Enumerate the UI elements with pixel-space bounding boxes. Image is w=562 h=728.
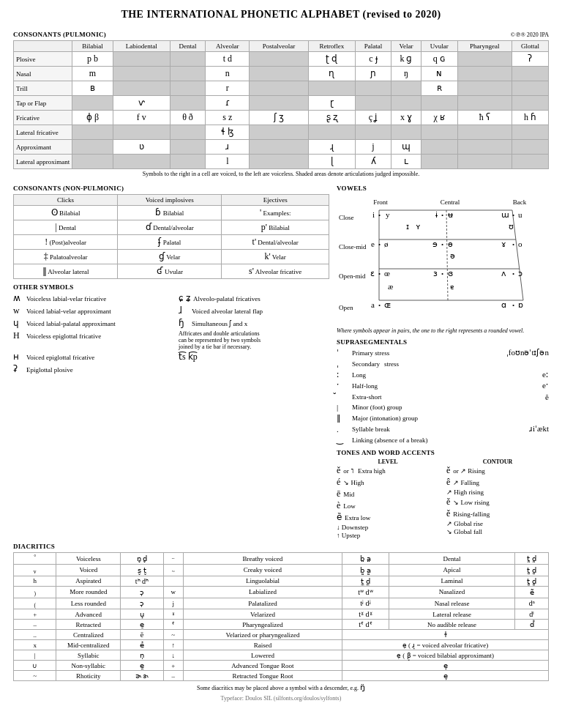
suprasegmentals-list: ˈ Primary stress ˌfoʊnəˈtɪʃən ˌ Secondar… <box>337 348 549 445</box>
svg-text:•: • <box>512 302 514 309</box>
supraseg-item: . Syllable break ɹiˈækt <box>337 424 549 434</box>
supraseg-item: ˌ Secondary stress <box>337 359 549 368</box>
footer-note: Typeface: Doulos SIL (silfonts.org/doulo… <box>13 695 549 702</box>
suprasegmentals-label: SUPRASEGMENTALS <box>337 338 549 346</box>
svg-text:•: • <box>378 212 381 219</box>
table-row: v Voiced s̬ t̬ ~ Creaky voiced b̰ a̰ Api… <box>14 565 549 576</box>
col-header-alveolar: Alveolar <box>206 41 250 52</box>
table-row: ‖ Alveolar lateral ʛ Uvular s' Alveolar … <box>14 264 329 279</box>
svg-text:ʌ: ʌ <box>501 269 506 278</box>
supraseg-item: | Minor (foot) group <box>337 403 549 412</box>
other-symbol-item: Affricates and double articulationscan b… <box>179 330 329 350</box>
pulmonic-note: Symbols to the right in a cell are voice… <box>13 171 549 177</box>
supraseg-item: ˑ Half-long eˑ <box>337 381 549 390</box>
table-row: Approximant ʋ ɹ ɻ j ɰ <box>14 140 549 155</box>
tones-label: TONES AND WORD ACCENTS <box>337 449 549 456</box>
other-symbols-grid: ʍ Voiceless labial-velar fricative ɕ ʑ A… <box>13 293 329 376</box>
col-header-labiodental: Labiodental <box>113 41 170 52</box>
col-header-uvular: Uvular <box>421 41 457 52</box>
consonants-pulmonic-table: Bilabial Labiodental Dental Alveolar Pos… <box>13 40 549 169</box>
svg-text:ʉ: ʉ <box>448 210 453 219</box>
page-title: THE INTERNATIONAL PHONETIC ALPHABET (rev… <box>13 9 549 21</box>
level-header: LEVEL <box>337 458 439 465</box>
svg-text:ɨ: ɨ <box>435 210 438 219</box>
svg-text:Close: Close <box>339 214 354 221</box>
table-row: Lateral approximant l ɭ ʎ ʟ <box>14 155 549 169</box>
svg-text:ɔ: ɔ <box>518 269 522 278</box>
vowels-diagram: Front Central Back Close Close-mid Open-… <box>337 194 549 326</box>
svg-text:Front: Front <box>373 198 388 206</box>
supraseg-item: ‿ Linking (absence of a break) <box>337 435 549 445</box>
tone-item: ↓ Downstep <box>337 524 439 531</box>
svg-text:•: • <box>378 302 381 309</box>
tone-item: ȅ Extra low <box>337 512 439 523</box>
supraseg-item: ː Long eː <box>337 370 549 379</box>
svg-text:ɘ: ɘ <box>432 239 438 248</box>
svg-text:œ: œ <box>384 269 390 278</box>
svg-text:ʊ: ʊ <box>509 222 514 231</box>
svg-text:Close-mid: Close-mid <box>339 243 367 250</box>
col-header-retroflex: Retroflex <box>308 41 355 52</box>
svg-text:u: u <box>518 210 522 219</box>
svg-text:ɞ: ɞ <box>448 269 453 278</box>
svg-text:e: e <box>371 239 375 248</box>
tone-item: ē Mid <box>337 489 439 499</box>
table-row: ~ Rhoticity ɚ ɝ – Retracted Tongue Root … <box>14 671 549 681</box>
vowels-label: VOWELS <box>337 185 549 192</box>
svg-text:ɵ: ɵ <box>448 239 453 248</box>
svg-text:ɪ: ɪ <box>406 222 409 231</box>
table-row: ) More rounded ɔ̹ w Labialized tʷ dʷ Nas… <box>14 586 549 598</box>
svg-text:Back: Back <box>513 198 527 206</box>
table-row: Plosive p b t d ʈ ɖ c ɟ k ɡ q ɢ ʔ <box>14 52 549 67</box>
other-symbol-item: ɥ Voiced labial-palatal approximant <box>13 318 164 329</box>
table-row: – Retracted e̠ ˤ Pharyngealized tˤ dˤ No… <box>14 620 549 630</box>
svg-text:•: • <box>441 241 443 248</box>
col-header-palatal: Palatal <box>355 41 391 52</box>
svg-text:ə: ə <box>450 251 455 260</box>
svg-text:y: y <box>386 210 390 219</box>
tone-item: é ↘ High <box>337 477 439 488</box>
other-symbols-label: OTHER SYMBOLS <box>13 283 329 291</box>
svg-text:ɒ: ɒ <box>518 300 523 309</box>
ejectives-header: Ejectives <box>222 195 329 206</box>
svg-text:•: • <box>512 270 514 278</box>
vowels-note: Where symbols appear in pairs, the one t… <box>337 327 549 334</box>
tone-item: ě or ↗ Rising <box>446 465 549 476</box>
non-pulmonic-label: CONSONANTS (NON-PULMONIC) <box>13 185 329 192</box>
table-row: Lateral fricative ɬ ɮ <box>14 125 549 140</box>
other-symbol-item: ʍ Voiceless labial-velar fricative <box>13 293 164 304</box>
col-header-dental: Dental <box>170 41 205 52</box>
other-symbol-item: ɧ Simultaneous ʃ and x <box>179 318 329 329</box>
svg-text:o: o <box>518 239 522 248</box>
tone-item: è Low <box>337 500 439 511</box>
other-symbol-item: ɺ Voiced alveolar lateral flap <box>179 305 329 316</box>
consonants-pulmonic-label: CONSONANTS (PULMONIC) <box>13 31 106 38</box>
table-row: ∪ Non-syllabic e̯ + Advanced Tongue Root… <box>14 661 549 671</box>
svg-text:ɛ: ɛ <box>370 269 375 278</box>
col-header-bilabial: Bilabial <box>72 41 113 52</box>
svg-text:ɐ: ɐ <box>450 283 454 291</box>
table-row: .. Centralized ë ~ Velarized or pharynge… <box>14 630 549 640</box>
svg-text:ɤ: ɤ <box>501 239 506 248</box>
svg-text:ɜ: ɜ <box>433 269 438 278</box>
tone-item: ↘ Global fall <box>446 528 549 535</box>
non-pulmonic-table: Clicks Voiced implosives Ejectives ʘ Bil… <box>13 194 329 279</box>
svg-text:ø: ø <box>384 239 389 248</box>
supraseg-item: ̆ Extra-short ĕ <box>337 392 549 401</box>
svg-text:•: • <box>512 212 514 219</box>
col-header-glottal: Glottal <box>512 41 548 52</box>
table-row: ʘ Bilabial ɓ Bilabial ' Examples: <box>14 206 329 220</box>
svg-text:ʏ: ʏ <box>416 222 421 231</box>
svg-text:•: • <box>441 212 443 219</box>
tone-item: ě ↘ Low rising <box>446 497 549 508</box>
svg-text:Open: Open <box>339 304 353 311</box>
col-header-pharyngeal: Pharyngeal <box>457 41 512 52</box>
contour-header: CONTOUR <box>446 458 549 465</box>
col-header-blank <box>14 41 72 52</box>
tones-section: LEVEL ě or ˥ Extra high é ↘ High ē Mid è… <box>337 458 549 540</box>
other-symbol-item: H Voiceless epiglottal fricative <box>13 330 164 350</box>
other-symbol-item: ʡ Epiglottal plosive <box>13 364 164 375</box>
clicks-header: Clicks <box>14 195 118 206</box>
tone-item: ↑ Upstep <box>337 532 439 539</box>
implosives-header: Voiced implosives <box>118 195 222 206</box>
